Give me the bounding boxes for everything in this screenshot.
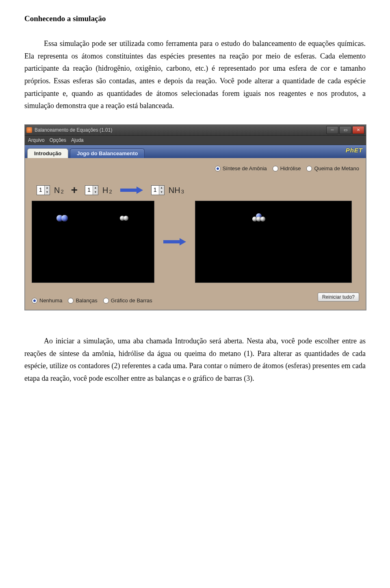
radio-methane-label: Queima de Metano xyxy=(314,165,359,172)
radio-dot-icon xyxy=(306,166,312,171)
app-window: Balanceamento de Equações (1.01) ─ ▭ ✕ A… xyxy=(24,124,366,310)
atom-n xyxy=(61,215,68,221)
formula-sub: 2 xyxy=(109,189,112,195)
formula-text: N xyxy=(54,185,60,195)
plus-sign: + xyxy=(71,183,78,197)
coefficient-spinner-3[interactable]: 1 ▲▼ xyxy=(151,185,165,195)
spinner-arrows-icon[interactable]: ▲▼ xyxy=(159,186,164,195)
titlebar: Balanceamento de Equações (1.01) ─ ▭ ✕ xyxy=(25,125,366,136)
tab-game[interactable]: Jogo do Balanceamento xyxy=(70,148,145,158)
radio-hydrolysis[interactable]: Hidrólise xyxy=(273,165,301,172)
section-heading: Conhecendo a simulação xyxy=(24,12,366,25)
menubar: Arquivo Opções Ajuda xyxy=(25,136,366,145)
paragraph-2: Ao iniciar a simulação, uma aba chamada … xyxy=(24,335,366,384)
coefficient-1-value: 1 xyxy=(37,186,44,195)
radio-dot-icon xyxy=(215,166,221,171)
window-title: Balanceamento de Equações (1.01) xyxy=(35,127,112,133)
formula-nh3: NH 3 xyxy=(169,185,184,195)
coefficient-spinner-1[interactable]: 1 ▲▼ xyxy=(37,185,50,195)
close-button[interactable]: ✕ xyxy=(352,126,364,134)
bottom-controls: Nenhuma Balanças Gráfico de Barras Reini… xyxy=(32,290,359,304)
formula-sub: 2 xyxy=(61,189,63,195)
equation-row: 1 ▲▼ N 2 + 1 ▲▼ H 2 1 ▲▼ xyxy=(37,183,359,197)
molecule-n2 xyxy=(56,215,68,221)
radio-hydrolysis-label: Hidrólise xyxy=(280,165,301,172)
tab-introduction[interactable]: Introdução xyxy=(27,148,68,158)
coefficient-2-value: 1 xyxy=(85,186,93,195)
radio-view-none[interactable]: Nenhuma xyxy=(32,297,62,304)
svg-marker-0 xyxy=(120,187,143,194)
phet-logo: PhET xyxy=(346,147,363,154)
spinner-arrows-icon[interactable]: ▲▼ xyxy=(93,186,98,195)
molecule-nh3 xyxy=(252,213,265,221)
sim-body: Síntese de Amônia Hidrólise Queima de Me… xyxy=(25,158,366,310)
atom-h xyxy=(124,216,128,221)
radio-view-none-label: Nenhuma xyxy=(39,297,62,304)
radio-view-bars[interactable]: Gráfico de Barras xyxy=(103,297,152,304)
yields-arrow-icon xyxy=(163,237,186,246)
molecule-display-row xyxy=(32,201,359,283)
view-radio-group: Nenhuma Balanças Gráfico de Barras xyxy=(32,297,152,304)
reaction-radio-group: Síntese de Amônia Hidrólise Queima de Me… xyxy=(32,165,359,172)
molecule-h2 xyxy=(120,216,128,221)
menu-file[interactable]: Arquivo xyxy=(28,137,45,143)
radio-view-scales[interactable]: Balanças xyxy=(68,297,97,304)
atom-h xyxy=(260,217,265,221)
formula-n2: N 2 xyxy=(54,185,64,195)
radio-dot-icon xyxy=(68,298,74,304)
java-icon xyxy=(26,127,32,133)
radio-dot-icon xyxy=(103,298,109,304)
spinner-arrows-icon[interactable]: ▲▼ xyxy=(44,186,50,195)
reset-all-button[interactable]: Reiniciar tudo? xyxy=(318,293,359,302)
menu-help[interactable]: Ajuda xyxy=(71,137,84,143)
reactants-box xyxy=(32,201,154,283)
coefficient-spinner-2[interactable]: 1 ▲▼ xyxy=(85,185,98,195)
maximize-button[interactable]: ▭ xyxy=(339,126,351,134)
yields-arrow-icon xyxy=(120,186,143,195)
radio-view-scales-label: Balanças xyxy=(76,297,97,304)
formula-text: NH xyxy=(169,185,180,195)
svg-marker-1 xyxy=(163,238,186,245)
radio-view-bars-label: Gráfico de Barras xyxy=(111,297,152,304)
coefficient-3-value: 1 xyxy=(152,186,159,195)
menu-options[interactable]: Opções xyxy=(50,137,66,143)
formula-text: H xyxy=(102,185,108,195)
radio-dot-icon xyxy=(32,298,37,304)
paragraph-1: Essa simulação pode ser utilizada como f… xyxy=(24,37,366,112)
radio-ammonia-label: Síntese de Amônia xyxy=(223,165,267,172)
radio-ammonia[interactable]: Síntese de Amônia xyxy=(215,165,267,172)
formula-sub: 3 xyxy=(181,189,184,195)
tab-strip: Introdução Jogo do Balanceamento PhET xyxy=(25,145,366,158)
radio-methane[interactable]: Queima de Metano xyxy=(306,165,359,172)
formula-h2: H 2 xyxy=(102,185,112,195)
radio-dot-icon xyxy=(273,166,278,171)
minimize-button[interactable]: ─ xyxy=(326,126,338,134)
products-box xyxy=(195,201,352,283)
